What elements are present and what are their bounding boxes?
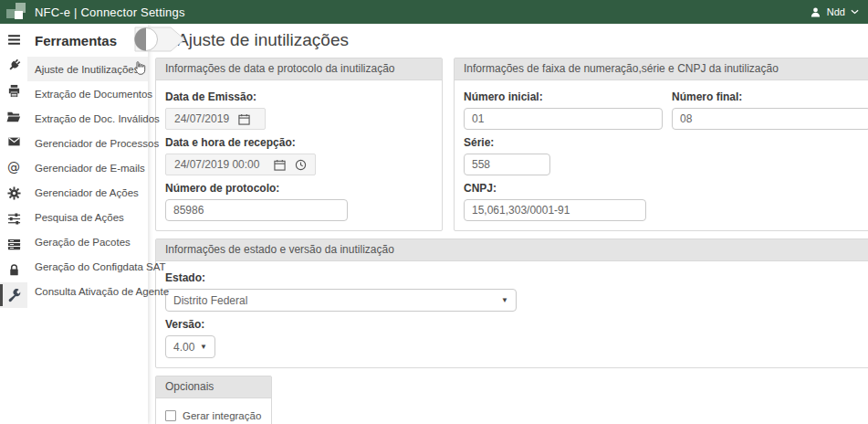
gear-icon[interactable] (0, 180, 27, 206)
dropdown-arrow-icon: ▼ (200, 343, 207, 351)
emission-date-input[interactable]: 24/07/2019 (165, 108, 266, 130)
sidebar-menu: Ferramentas Ajuste de Inutilizações Extr… (27, 24, 148, 424)
sidebar-item-geracao-de-pacotes[interactable]: Geração de Pacotes (27, 229, 148, 254)
app-title: NFC-e | Connector Settings (35, 5, 185, 19)
user-icon (810, 6, 821, 18)
sidebar-item-label: Geração do Configdata SAT (35, 261, 166, 272)
panel-state-version-header: Informações de estado e versão da inutil… (156, 239, 868, 261)
sidebar-item-label: Gerenciador de Ações (35, 187, 139, 198)
dropdown-arrow-icon: ▼ (501, 296, 508, 304)
clock-icon[interactable] (295, 159, 307, 171)
printer-icon[interactable] (0, 78, 27, 103)
sidebar-item-extracao-de-documentos[interactable]: Extração de Documentos (27, 81, 148, 106)
sidebar-item-gerenciador-de-processos[interactable]: Gerenciador de Processos (27, 131, 148, 155)
plug-icon[interactable] (0, 52, 27, 78)
cnpj-label: CNPJ: (464, 182, 868, 195)
panel-date-protocol-header: Informações de data e protocolo da inuti… (156, 58, 442, 80)
folder-icon[interactable] (0, 103, 27, 129)
sidebar-item-gerenciador-de-acoes[interactable]: Gerenciador de Ações (27, 180, 148, 205)
sidebar-item-label: Gerenciador de Processos (35, 138, 159, 149)
series-input[interactable] (464, 154, 550, 175)
sidebar-item-geracao-do-configdata-sat[interactable]: Geração do Configdata SAT (27, 254, 148, 279)
lock-icon[interactable] (0, 257, 27, 282)
page-title: Ajuste de inutilizações (177, 30, 868, 50)
wrench-icon[interactable] (0, 282, 27, 308)
version-select[interactable]: 4.00 ▼ (165, 335, 215, 358)
chevron-down-icon (851, 9, 859, 15)
emission-date-value: 24/07/2019 (174, 112, 229, 125)
user-name: Ndd (827, 6, 845, 17)
reception-datetime-value: 24/07/2019 00:00 (174, 158, 265, 171)
sidebar-item-label: Pesquisa de Ações (35, 212, 124, 223)
svg-text:@: @ (7, 160, 20, 175)
sidebar-title: Ferramentas (27, 29, 148, 57)
state-select[interactable]: Distrito Federal ▼ (165, 289, 517, 312)
state-select-value: Distrito Federal (173, 294, 247, 307)
reception-datetime-input[interactable]: 24/07/2019 00:00 (165, 154, 316, 175)
sidebar-item-pesquisa-de-acoes[interactable]: Pesquisa de Ações (27, 205, 148, 229)
main-content: Ajuste de inutilizações Informações de d… (148, 24, 868, 424)
sidebar-item-gerenciador-de-emails[interactable]: Gerenciador de E-mails (27, 155, 148, 180)
generate-integration-option[interactable]: Gerar integração (165, 410, 262, 421)
mouse-cursor-hand-icon (132, 60, 146, 78)
checkbox-label: Gerar integração (183, 410, 261, 421)
panel-state-version: Informações de estado e versão da inutil… (155, 238, 868, 368)
panel-date-protocol: Informações de data e protocolo da inuti… (155, 58, 443, 231)
menu-icon[interactable] (0, 26, 27, 52)
series-label: Série: (464, 136, 868, 149)
sidebar: @ Ferramentas Ajuste de Inutilizações (0, 24, 148, 424)
calendar-icon[interactable] (238, 113, 250, 125)
sidebar-item-label: Extração de Documentos (35, 89, 152, 100)
protocol-number-label: Número de protocolo: (165, 182, 433, 195)
page-title-decoration-icon (133, 26, 186, 56)
start-number-input[interactable] (464, 108, 663, 130)
panel-number-range: Informações de faixa de numeração,série … (454, 58, 868, 231)
emission-date-label: Data de Emissão: (165, 90, 433, 103)
sidebar-item-label: Ajuste de Inutilizações (35, 64, 139, 75)
topbar: NFC-e | Connector Settings Ndd (0, 0, 868, 24)
sidebar-item-consulta-ativacao-de-agente[interactable]: Consulta Ativação de Agente (27, 279, 148, 303)
sidebar-item-extracao-de-doc-invalidos[interactable]: Extração de Doc. Inválidos (27, 106, 148, 131)
sidebar-item-label: Extração de Doc. Inválidos (35, 113, 160, 124)
sidebar-item-label: Consulta Ativação de Agente (35, 286, 169, 297)
panel-optional-header: Opcionais (156, 376, 271, 398)
reception-datetime-label: Data e hora de recepção: (165, 136, 433, 149)
generate-integration-checkbox[interactable] (165, 410, 176, 421)
end-number-input[interactable] (672, 108, 868, 130)
panel-number-range-header: Informações de faixa de numeração,série … (455, 58, 868, 80)
calendar-icon[interactable] (274, 159, 286, 171)
ndd-logo-icon (4, 1, 27, 23)
sidebar-item-label: Gerenciador de E-mails (35, 163, 145, 174)
protocol-number-input[interactable] (165, 199, 348, 221)
start-number-label: Número inicial: (464, 90, 663, 103)
sliders-icon[interactable] (0, 206, 27, 231)
cnpj-input[interactable] (464, 199, 646, 221)
server-icon[interactable] (0, 231, 27, 257)
version-select-value: 4.00 (173, 341, 194, 354)
mail-icon[interactable] (0, 129, 27, 154)
at-icon[interactable]: @ (0, 154, 27, 180)
state-label: Estado: (165, 271, 868, 284)
end-number-label: Número final: (672, 90, 868, 103)
version-label: Versão: (165, 318, 868, 331)
sidebar-item-label: Geração de Pacotes (35, 237, 131, 248)
sidebar-item-ajuste-de-inutilizacoes[interactable]: Ajuste de Inutilizações (27, 57, 148, 81)
icon-rail: @ (0, 24, 27, 424)
panel-optional: Opcionais Gerar integração Gerar Estatís… (155, 376, 272, 424)
user-menu[interactable]: Ndd (810, 6, 859, 18)
